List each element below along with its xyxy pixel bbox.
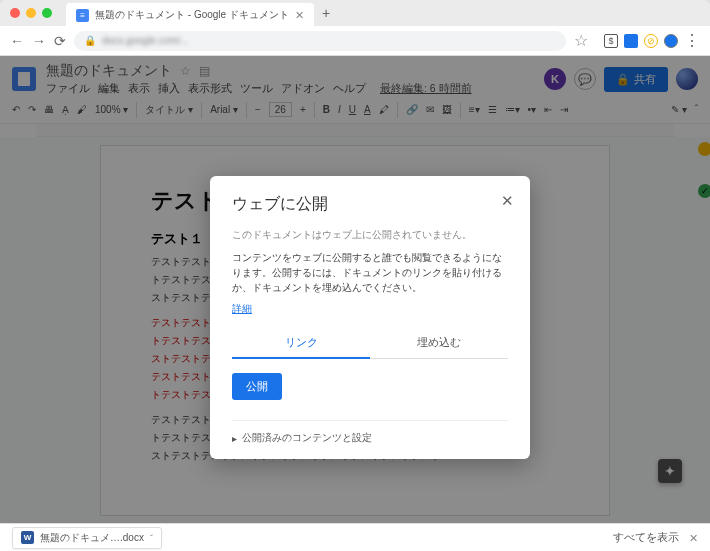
docx-file-icon: W [21,531,34,544]
window-controls [10,8,52,18]
show-all-downloads-button[interactable]: すべてを表示 [613,531,679,545]
browser-menu-button[interactable]: ⋮ [684,31,700,50]
chevron-right-icon: ▸ [232,433,237,444]
extension-icon-2[interactable] [624,34,638,48]
star-bookmark-icon[interactable]: ☆ [574,31,588,50]
reload-button[interactable]: ⟳ [54,33,66,49]
tab-title: 無題のドキュメント - Google ドキュメント [95,8,289,22]
download-menu-icon[interactable]: ˇ [150,533,153,543]
browser-nav-bar: ← → ⟳ 🔒 docs.google.com/... ☆ $ ⊘ ⋮ [0,26,710,56]
learn-more-link[interactable]: 詳細 [232,303,252,314]
new-tab-button[interactable]: + [322,5,330,21]
extension-icons: $ ⊘ ⋮ [604,31,700,50]
dialog-tabs: リンク 埋め込む [232,328,508,359]
extension-icon-4[interactable] [664,34,678,48]
download-filename: 無題のドキュメ….docx [40,531,144,545]
browser-tab[interactable]: ≡ 無題のドキュメント - Google ドキュメント ✕ [66,3,314,27]
dialog-status-text: このドキュメントはウェブ上に公開されていません。 [232,229,508,242]
downloads-bar: W 無題のドキュメ….docx ˇ すべてを表示 ✕ [0,523,710,551]
docs-favicon-icon: ≡ [76,9,89,22]
publish-to-web-dialog: ✕ ウェブに公開 このドキュメントはウェブ上に公開されていません。 コンテンツを… [210,176,530,459]
browser-tab-bar: ≡ 無題のドキュメント - Google ドキュメント ✕ + [0,0,710,26]
google-docs-app: 無題のドキュメント ☆ ▤ ファイル 編集 表示 挿入 表示形式 ツール アドオ… [0,56,710,523]
forward-button[interactable]: → [32,33,46,49]
download-item[interactable]: W 無題のドキュメ….docx ˇ [12,527,162,549]
dialog-description: コンテンツをウェブに公開すると誰でも閲覧できるようになります。公開するには、ドキ… [232,250,508,295]
url-text: docs.google.com/... [102,35,189,46]
extension-icon-1[interactable]: $ [604,34,618,48]
maximize-window-button[interactable] [42,8,52,18]
minimize-window-button[interactable] [26,8,36,18]
tab-embed[interactable]: 埋め込む [370,328,508,358]
extension-icon-3[interactable]: ⊘ [644,34,658,48]
tab-link[interactable]: リンク [232,328,370,359]
dialog-close-button[interactable]: ✕ [501,192,514,210]
published-settings-toggle[interactable]: ▸ 公開済みのコンテンツと設定 [232,431,508,445]
secure-lock-icon: 🔒 [84,35,96,46]
back-button[interactable]: ← [10,33,24,49]
address-bar[interactable]: 🔒 docs.google.com/... [74,31,566,51]
close-downloads-bar[interactable]: ✕ [689,532,698,544]
dialog-title: ウェブに公開 [232,194,508,215]
publish-button[interactable]: 公開 [232,373,282,400]
close-window-button[interactable] [10,8,20,18]
close-tab-button[interactable]: ✕ [295,9,304,22]
